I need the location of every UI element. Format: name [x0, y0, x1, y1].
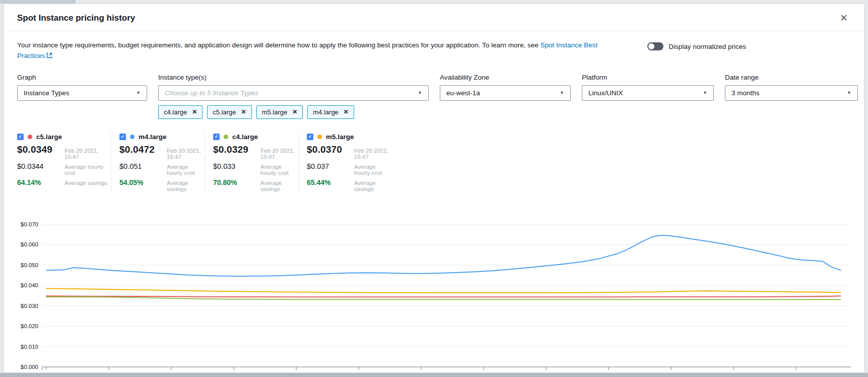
series-checkbox[interactable]: ✓	[17, 134, 24, 140]
y-axis-tick-label: $0.060	[21, 241, 38, 247]
current-spot-price: $0.0349	[17, 144, 60, 155]
price-timestamp: Feb 20 2021, 15:47	[64, 148, 111, 160]
average-hourly-cost-label: Average hourly cost	[260, 164, 298, 176]
y-axis-tick-label: $0.040	[21, 282, 38, 288]
price-timestamp: Feb 20 2021, 15:47	[260, 148, 298, 160]
instance-name: c4.large	[232, 133, 258, 141]
price-chart[interactable]: $0.070$0.060$0.050$0.040$0.030$0.020$0.0…	[17, 202, 858, 377]
series-checkbox[interactable]: ✓	[213, 134, 220, 140]
average-hourly-cost-label: Average hourly cost	[354, 164, 392, 176]
average-savings-label: Average savings	[64, 180, 107, 186]
y-axis-tick-label: $0.010	[21, 343, 38, 349]
price-timestamp: Feb 20 2021, 15:47	[167, 148, 205, 160]
chevron-down-icon: ▼	[560, 90, 564, 95]
platform-label: Platform	[582, 74, 714, 81]
date-range-label: Date range	[725, 74, 858, 81]
average-hourly-cost-value: $0.037	[307, 162, 350, 170]
instance-types-label: Instance type(s)	[158, 74, 429, 81]
tag-label: m4.large	[313, 108, 339, 116]
remove-tag-icon[interactable]: ✕	[292, 108, 297, 115]
instance-type-tag[interactable]: m4.large ✕	[307, 105, 354, 119]
series-checkbox[interactable]: ✓	[119, 134, 126, 140]
check-icon: ✓	[19, 134, 23, 139]
average-savings-value: 65.44%	[307, 178, 350, 186]
current-spot-price: $0.0370	[307, 144, 350, 155]
average-savings-label: Average savings	[167, 180, 205, 192]
close-button[interactable]: ✕	[837, 12, 851, 24]
instance-name: m4.large	[139, 133, 167, 141]
toggle-label: Display normalized prices	[669, 43, 746, 50]
instance-type-tag[interactable]: m5.large ✕	[256, 105, 303, 119]
intro-paragraph: Your instance type requirements, budget …	[17, 40, 612, 61]
price-line-c5.large	[46, 296, 841, 297]
toggle-knob	[648, 43, 654, 49]
external-link-icon	[46, 52, 52, 58]
display-normalized-prices-toggle[interactable]	[647, 42, 663, 50]
y-axis-tick-label: $0.030	[21, 303, 38, 309]
y-axis-tick-label: $0.070	[21, 221, 38, 227]
average-hourly-cost-label: Average hourly cost	[64, 164, 111, 176]
tag-label: c4.large	[164, 108, 187, 116]
series-color-dot	[28, 135, 32, 139]
average-savings-label: Average savings	[260, 180, 298, 192]
chevron-down-icon: ▼	[418, 90, 422, 95]
series-color-dot	[224, 135, 228, 139]
average-hourly-cost-value: $0.051	[119, 162, 163, 170]
y-axis-tick-label: $0.020	[21, 323, 38, 329]
legend-card: ✓ m5.large $0.0370 Feb 20 2021, 15:47 $0…	[298, 132, 392, 195]
check-icon: ✓	[121, 134, 125, 139]
average-hourly-cost-value: $0.0344	[17, 162, 60, 170]
close-icon: ✕	[840, 13, 848, 23]
legend-card: ✓ m4.large $0.0472 Feb 20 2021, 15:47 $0…	[111, 132, 205, 195]
instance-type-tag[interactable]: c4.large ✕	[158, 105, 203, 119]
remove-tag-icon[interactable]: ✕	[192, 108, 197, 115]
platform-select[interactable]: Linux/UNIX ▼	[582, 85, 714, 101]
availability-zone-value: eu-west-1a	[446, 89, 480, 97]
legend-card: ✓ c5.large $0.0349 Feb 20 2021, 15:47 $0…	[17, 132, 111, 195]
series-color-dot	[317, 135, 322, 139]
tag-label: m5.large	[262, 108, 288, 116]
average-savings-value: 54.05%	[119, 178, 163, 186]
intro-text: Your instance type requirements, budget …	[17, 41, 541, 49]
instance-type-input[interactable]: Choose up to 5 Instance Types ▼	[158, 85, 429, 101]
background-page-fragment	[0, 0, 76, 4]
availability-zone-select[interactable]: eu-west-1a ▼	[440, 85, 571, 101]
availability-zone-label: Availability Zone	[440, 74, 571, 81]
average-hourly-cost-label: Average hourly cost	[167, 164, 205, 176]
legend-card: ✓ c4.large $0.0329 Feb 20 2021, 15:47 $0…	[205, 132, 298, 195]
average-hourly-cost-value: $0.033	[213, 162, 256, 170]
series-checkbox[interactable]: ✓	[307, 134, 313, 140]
date-range-select[interactable]: 3 months ▼	[725, 85, 858, 101]
tag-label: c5.large	[213, 108, 236, 116]
remove-tag-icon[interactable]: ✕	[344, 108, 349, 115]
graph-label: Graph	[17, 74, 147, 81]
normalized-prices-toggle-group: Display normalized prices	[647, 40, 746, 50]
background-bottom-strip	[0, 373, 868, 377]
series-color-dot	[130, 135, 135, 139]
price-line-m4.large	[46, 235, 841, 276]
check-icon: ✓	[215, 134, 219, 139]
check-icon: ✓	[308, 134, 312, 139]
average-savings-value: 70.80%	[213, 178, 256, 186]
y-axis-tick-label: $0.000	[21, 364, 38, 370]
current-spot-price: $0.0329	[213, 144, 256, 155]
graph-select-value: Instance Types	[24, 89, 70, 97]
instance-type-tag[interactable]: c5.large ✕	[207, 105, 251, 119]
average-savings-value: 64.14%	[17, 178, 60, 186]
instance-name: m5.large	[326, 133, 354, 141]
chevron-down-icon: ▼	[703, 90, 707, 95]
y-axis-tick-label: $0.050	[21, 262, 38, 268]
price-line-m5.large	[46, 288, 841, 292]
date-range-value: 3 months	[731, 89, 760, 97]
platform-value: Linux/UNIX	[588, 89, 623, 97]
price-timestamp: Feb 20 2021, 15:47	[354, 148, 392, 160]
current-spot-price: $0.0472	[119, 144, 163, 155]
instance-name: c5.large	[36, 133, 62, 141]
instance-type-tags: c4.large ✕ c5.large ✕ m5.large ✕ m4.larg…	[158, 105, 429, 119]
dialog-header: Spot Instance pricing history ✕	[4, 4, 864, 31]
page-title: Spot Instance pricing history	[17, 13, 135, 23]
graph-select[interactable]: Instance Types ▼	[17, 85, 147, 101]
legend-cards: ✓ c5.large $0.0349 Feb 20 2021, 15:47 $0…	[17, 132, 851, 195]
remove-tag-icon[interactable]: ✕	[241, 108, 246, 115]
average-savings-label: Average savings	[354, 180, 392, 192]
